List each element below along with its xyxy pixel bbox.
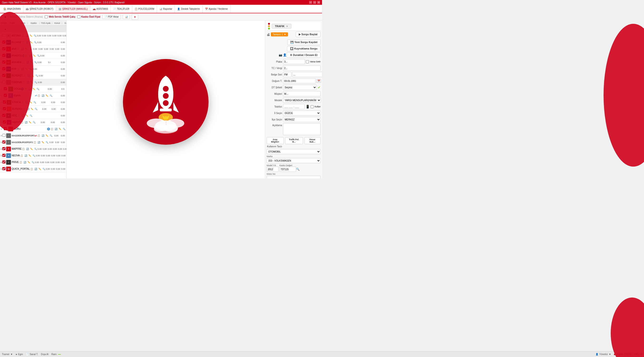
- main-navigation: 🏠 ANA EKRAN 🤖 ŞİRKETLER (ROBOT) 🏢 ŞİRKET…: [0, 5, 322, 13]
- list-item[interactable]: ⊕ Q▶ QUICK_PORTAL 📋 🔄 ✏️ 🔍 0.00 0.00 0.0…: [0, 166, 66, 172]
- list-item[interactable]: ⊕ / MAGDEBURGERPORT ⇌ 📋 🔄 ✏️ 🔍 0.00 0.00: [0, 132, 66, 139]
- company-logo-ethica: E: [7, 100, 12, 105]
- list-item[interactable]: ⊕ □ KORU ● 📋 🔄 ✏️ 🔍: [0, 126, 66, 132]
- back-btn[interactable]: ◀: [2, 15, 8, 19]
- pdf-btn[interactable]: 📄 PDF Aktar: [102, 15, 121, 19]
- list-item[interactable]: ⊕ E EMAA ⇌ 📋 🔄 ✏️ 🔍 0.00: [0, 92, 66, 99]
- dt-sirketi-select[interactable]: Seçiniz: [283, 85, 317, 90]
- arac-bilgileri-btn[interactable]: Araç Bilgileri: [266, 137, 284, 144]
- musteri-input[interactable]: [283, 91, 320, 96]
- kasko-search-btn[interactable]: 🔍: [296, 168, 300, 171]
- marka-select[interactable]: 153 - VOLKSWAGEN: [266, 158, 320, 163]
- nav-sirketler-manuel[interactable]: 🏢 ŞİRKETLER (MANUEL): [56, 5, 90, 13]
- nav-asistans[interactable]: 🚗 ASİSTANS: [90, 5, 111, 13]
- minimize-btn[interactable]: ─: [309, 1, 312, 4]
- tc-row: TC / Vergi: [266, 66, 320, 71]
- aciklama-textarea[interactable]: [283, 123, 320, 135]
- tarayici-button[interactable]: Tarayıcı 1 ▼: [271, 32, 288, 37]
- maximize-btn[interactable]: □: [313, 1, 316, 4]
- company-name-magdeburg-port: MAGDEBURGERPORT: [12, 135, 34, 137]
- dogum-input[interactable]: [283, 78, 316, 84]
- list-item[interactable]: ⊕ C CORPUS 📋 🔄 ✏️ 🔍 0.00 0.00: [0, 79, 66, 86]
- edit-icon[interactable]: ✏️: [29, 34, 33, 38]
- list-item[interactable]: ⊕ F EUREKO 📋 🔄 ✏️ 🔍 0.00 0.00 0.00: [0, 106, 66, 112]
- trafik-header: Trafik: [6, 22, 18, 24]
- list-item[interactable]: ⊕ // PRİVE 📋 🔄 ✏️ 🔍 0.00 0.00 0.00 0.00 …: [0, 159, 66, 166]
- list-item[interactable]: ⊕ ALZ ALLIANZ 📋 🔄 ✏️ 🔍 0.00 0.90: [0, 39, 66, 46]
- kasko-deger-input[interactable]: [280, 167, 296, 172]
- list-item[interactable]: ⊕ ANK ANKARA 📋 🔄 ✏️ 🔍 0.00 0.r 0.00: [0, 59, 66, 66]
- varsa-getir-label: Varsa Getir: [310, 61, 320, 63]
- nav-destek[interactable]: 👤 Destek Taleplerim: [175, 5, 202, 13]
- kullan-checkbox[interactable]: [310, 105, 314, 108]
- meslek-label: Meslek: [266, 99, 282, 102]
- yeni-sorgu-button[interactable]: 💾 Yeni Sorgu Kaydet: [287, 40, 320, 45]
- kasko-checkbox[interactable]: Kasko Özel Fiyat: [77, 15, 100, 18]
- list-item[interactable]: ⊕ ⚙ DOGA ● 📋 🔄 ✏️ 🔍 0.00 0.0.: [0, 86, 66, 92]
- view-icon[interactable]: 🔍: [33, 34, 37, 38]
- nav-sirketler-robot[interactable]: 🤖 ŞİRKETLER (ROBOT): [23, 5, 56, 13]
- nav-raporlar[interactable]: 📊 Raporlar: [157, 5, 175, 13]
- list-item[interactable]: ▲: [0, 26, 66, 32]
- list-item[interactable]: ⊕ ⚙ MAPFRE 📋 🔄 ✏️ 🔍 0.00 0.00 0.00 0.00 …: [0, 146, 66, 152]
- trafik-pol-btn[interactable]: Trafik Pol. B...: [285, 137, 303, 144]
- list-item[interactable]: ⊕ / MAGDEBURGERSFS 📋 🔄 ✏️ 🔍 0.00 0.00 0.…: [0, 139, 66, 146]
- list-item[interactable]: ⊕ AXA AXA 📋 🔄 ✏️ 🔍 0.00 0.00: [0, 66, 66, 72]
- hasar-btn[interactable]: Hasar Bak...: [304, 137, 320, 144]
- car-icon: 🚗: [93, 8, 96, 10]
- list-item[interactable]: ⊕ E ETHICA 📋 🔄 ✏️ 🔍 0.00 0.00 0.00: [0, 99, 66, 106]
- company-name-ethica: ETHICA: [12, 101, 21, 104]
- motor-no-input[interactable]: [266, 176, 320, 179]
- add-btn[interactable]: +: [132, 14, 138, 20]
- belge-seri-input2[interactable]: [292, 72, 322, 77]
- list-item[interactable]: ⊕ N NEOVA 📋 🔄 ✏️ 🔍 0.00 0.00 0.00 0.00 0…: [0, 152, 66, 159]
- list-item[interactable]: ⊕ hyi HEPİYİ 📋 🔄 ✏️ 🔍 0.00 0.00 0.00: [0, 119, 66, 126]
- svg-point-7: [155, 120, 176, 131]
- plaka-input[interactable]: [283, 59, 305, 64]
- dt-sirketi-row: DT Şirketi Seçiniz ✔: [266, 85, 320, 90]
- list-item[interactable]: ⊕ A ANA 📋 🔄 ✏️ 🔍 0.00 0.00 0.00 0.00 0.0…: [0, 46, 66, 52]
- list-item[interactable]: ⊕ b BEREKET 📋 🔄 ✏️ 🔍 0.00 0.00: [0, 72, 66, 79]
- company-logo-koru: □: [8, 127, 13, 131]
- telefon-row: Telefon 📱 Kullan: [266, 104, 320, 109]
- doc-icon[interactable]: 📋: [21, 34, 25, 38]
- ilce-select[interactable]: MERKEZ: [283, 117, 320, 122]
- svg-point-8: [166, 119, 184, 128]
- dogum-label: Doğum T.: [266, 80, 282, 82]
- varsa-getir-checkbox[interactable]: [306, 60, 309, 63]
- calendar-btn[interactable]: 📅: [316, 79, 321, 83]
- list-item[interactable]: ⊕ A ANADOLU ● 📋 🔄 ✏️ 🔍 0.00 0.00: [0, 52, 66, 59]
- list-item[interactable]: ⊕ H HDI ● 📋 🔄 ✏️ 🔍 0.00: [0, 112, 66, 119]
- dt-confirm-btn[interactable]: ✔: [318, 86, 320, 89]
- row-expand[interactable]: ⊕: [0, 35, 2, 37]
- model-yil-input[interactable]: [266, 167, 278, 172]
- sorgu-basla-button[interactable]: ▶ Sorgu Başlat: [296, 32, 320, 37]
- company-name-doga: DOGA: [14, 88, 21, 90]
- company-logo-emaa: E: [8, 93, 13, 98]
- refresh-icon[interactable]: 🔄: [25, 34, 29, 38]
- model-yil-row: Model Yılı Kasko Değeri 🔍: [266, 164, 320, 172]
- svg-point-10: [163, 124, 178, 132]
- company-name-hepiyi: HEPİYİ: [12, 121, 20, 124]
- kullanim-select[interactable]: OTOMOBIL: [266, 149, 320, 154]
- belge-seri-input1[interactable]: [283, 72, 291, 77]
- tc-input[interactable]: [283, 66, 320, 71]
- nav-ajanda[interactable]: 📅 Ajanda / Yenileme: [202, 5, 230, 13]
- web-servis-checkbox[interactable]: Web Servis Teklifi Çalış: [45, 15, 75, 18]
- nav-ana-ekran[interactable]: 🏠 ANA EKRAN: [1, 5, 23, 13]
- nav-policelerim[interactable]: 📋 POLİCELERİM: [132, 5, 157, 13]
- close-btn[interactable]: ✕: [317, 1, 320, 4]
- sbm-header: Sbm: [18, 22, 28, 24]
- excel-btn[interactable]: 📊: [123, 15, 130, 19]
- meslek-select[interactable]: YARGI MENSUPLARI(HAKİM: [283, 98, 321, 103]
- kasko-value: 0.00: [47, 35, 52, 37]
- company-name-emaa: EMAA: [14, 94, 35, 97]
- list-item[interactable]: ⊕ A ASTANS 📋 🔄 ✏️ 🔍 0.00 0.00 0.00 0.00 …: [0, 32, 66, 39]
- search-hint: Müşteri Bulma Sistemi (Arama): [10, 16, 43, 18]
- telefon-input[interactable]: [283, 104, 305, 109]
- konut-header: Konut: [52, 22, 62, 24]
- il-select[interactable]: DÜZCE: [283, 110, 320, 116]
- nav-teklifler[interactable]: 📄 TEKLİFLER: [110, 5, 132, 13]
- duraklat-button[interactable]: ⏸ Duraklat / Devam Et: [286, 52, 320, 58]
- kuyruklama-button[interactable]: 🔲 Kuyruklama Sorgu: [287, 46, 320, 51]
